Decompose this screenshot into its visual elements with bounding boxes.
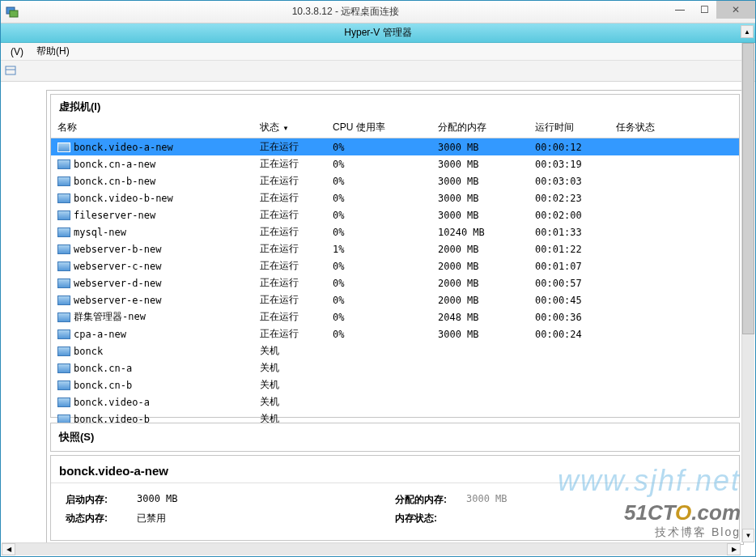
cell-mem bbox=[431, 342, 529, 359]
vm-icon bbox=[57, 227, 69, 237]
table-row[interactable]: 群集管理器-new正在运行0%2048 MB00:00:36 bbox=[51, 308, 739, 325]
horizontal-scrollbar[interactable]: ◀ ▶ bbox=[2, 542, 741, 555]
left-sidebar bbox=[11, 90, 41, 545]
cell-state: 正在运行 bbox=[253, 308, 326, 325]
cell-cpu: 0% bbox=[326, 223, 431, 240]
cell-state: 正在运行 bbox=[253, 223, 326, 240]
startup-mem-label: 启动内存: bbox=[66, 493, 130, 507]
cell-uptime: 00:03:03 bbox=[529, 172, 609, 189]
cell-mem: 3000 MB bbox=[431, 206, 529, 223]
table-row[interactable]: webserver-d-new正在运行0%2000 MB00:00:57 bbox=[51, 274, 739, 291]
outer-titlebar: 10.3.8.12 - 远程桌面连接 — ☐ ✕ bbox=[1, 1, 755, 23]
outer-title: 10.3.8.12 - 远程桌面连接 bbox=[23, 5, 668, 19]
scroll-thumb-v[interactable] bbox=[742, 43, 754, 334]
cell-taskstatus bbox=[609, 138, 739, 156]
col-mem[interactable]: 分配的内存 bbox=[431, 117, 529, 138]
cell-state: 正在运行 bbox=[253, 206, 326, 223]
cell-uptime: 00:00:36 bbox=[529, 308, 609, 325]
cell-cpu: 0% bbox=[326, 257, 431, 274]
cell-name: webserver-e-new bbox=[51, 291, 253, 308]
cell-taskstatus bbox=[609, 274, 739, 291]
vm-icon bbox=[57, 278, 69, 288]
cell-cpu: 0% bbox=[326, 274, 431, 291]
vm-icon bbox=[57, 296, 69, 305]
cell-state: 正在运行 bbox=[253, 291, 326, 308]
table-row[interactable]: bonck关机 bbox=[51, 342, 739, 359]
cell-taskstatus bbox=[609, 189, 739, 206]
table-row[interactable]: bonck.video-b-new正在运行0%3000 MB00:02:23 bbox=[51, 189, 739, 206]
menu-help[interactable]: 帮助(H) bbox=[30, 43, 76, 60]
col-taskstatus[interactable]: 任务状态 bbox=[609, 117, 739, 138]
table-row[interactable]: webserver-b-new正在运行1%2000 MB00:01:22 bbox=[51, 240, 739, 257]
cell-name: bonck.cn-a-new bbox=[51, 155, 253, 172]
vm-icon bbox=[57, 364, 69, 373]
cell-state: 关机 bbox=[253, 393, 326, 410]
cell-cpu: 0% bbox=[326, 172, 431, 189]
menu-view[interactable]: (V) bbox=[4, 45, 30, 59]
cell-name: bonck.cn-a bbox=[51, 359, 253, 376]
table-row[interactable]: bonck.video-a关机 bbox=[51, 393, 739, 410]
vm-icon bbox=[57, 381, 69, 390]
cell-name: mysql-new bbox=[51, 223, 253, 240]
cell-uptime: 00:02:00 bbox=[529, 206, 609, 223]
cell-mem: 2000 MB bbox=[431, 257, 529, 274]
col-name[interactable]: 名称 bbox=[51, 117, 253, 138]
close-button[interactable]: ✕ bbox=[716, 1, 755, 19]
cell-mem bbox=[431, 376, 529, 393]
svg-rect-2 bbox=[6, 66, 15, 74]
table-row[interactable]: fileserver-new正在运行0%3000 MB00:02:00 bbox=[51, 206, 739, 223]
toolbar bbox=[1, 61, 755, 82]
dynamic-mem-label: 动态内存: bbox=[66, 512, 130, 525]
scroll-left-button[interactable]: ◀ bbox=[2, 543, 15, 555]
table-row[interactable]: bonck.cn-b-new正在运行0%3000 MB00:03:03 bbox=[51, 172, 739, 189]
col-uptime[interactable]: 运行时间 bbox=[529, 117, 609, 138]
cell-taskstatus bbox=[609, 325, 739, 342]
table-row[interactable]: bonck.cn-b关机 bbox=[51, 376, 739, 393]
scroll-down-button[interactable]: ▼ bbox=[742, 529, 754, 542]
table-row[interactable]: mysql-new正在运行0%10240 MB00:01:33 bbox=[51, 223, 739, 240]
col-cpu[interactable]: CPU 使用率 bbox=[326, 117, 431, 138]
cell-name: bonck.video-a-new bbox=[51, 138, 253, 156]
vm-panel: 虚拟机(I) 名称 状态▼ CPU 使用率 分配的内存 运行时间 任务状态 bo… bbox=[50, 94, 740, 418]
cell-taskstatus bbox=[609, 240, 739, 257]
col-state[interactable]: 状态▼ bbox=[253, 117, 326, 138]
table-row[interactable]: webserver-e-new正在运行0%2000 MB00:00:45 bbox=[51, 291, 739, 308]
cell-taskstatus bbox=[609, 342, 739, 359]
cell-taskstatus bbox=[609, 155, 739, 172]
cell-state: 正在运行 bbox=[253, 189, 326, 206]
toolbar-icon[interactable] bbox=[4, 65, 17, 78]
table-row[interactable]: bonck.video-a-new正在运行0%3000 MB00:00:12 bbox=[51, 138, 739, 156]
vm-icon bbox=[57, 193, 69, 203]
maximize-button[interactable]: ☐ bbox=[692, 1, 716, 19]
table-row[interactable]: cpa-a-new正在运行0%3000 MB00:00:24 bbox=[51, 325, 739, 342]
cell-taskstatus bbox=[609, 359, 739, 376]
cell-taskstatus bbox=[609, 257, 739, 274]
scroll-track-v[interactable] bbox=[742, 43, 754, 529]
table-row[interactable]: bonck.cn-a关机 bbox=[51, 359, 739, 376]
cell-mem: 10240 MB bbox=[431, 223, 529, 240]
cell-name: webserver-c-new bbox=[51, 257, 253, 274]
cell-mem: 2048 MB bbox=[431, 308, 529, 325]
vm-icon bbox=[57, 261, 69, 271]
cell-uptime: 00:02:23 bbox=[529, 189, 609, 206]
scroll-right-button[interactable]: ▶ bbox=[727, 543, 741, 555]
table-row[interactable]: bonck.cn-a-new正在运行0%3000 MB00:03:19 bbox=[51, 155, 739, 172]
assigned-mem-value: 3000 MB bbox=[466, 493, 508, 507]
cell-name: bonck.cn-b bbox=[51, 376, 253, 393]
vm-icon bbox=[57, 330, 69, 339]
svg-rect-1 bbox=[10, 11, 18, 17]
cell-mem: 3000 MB bbox=[431, 155, 529, 172]
scroll-track-h[interactable] bbox=[15, 543, 727, 555]
cell-taskstatus bbox=[609, 172, 739, 189]
scroll-up-button[interactable]: ▲ bbox=[741, 25, 754, 38]
vm-icon bbox=[57, 142, 69, 152]
cell-mem bbox=[431, 393, 529, 410]
minimize-button[interactable]: — bbox=[668, 1, 692, 19]
cell-uptime: 00:01:07 bbox=[529, 257, 609, 274]
cell-cpu bbox=[326, 376, 431, 393]
remote-desktop-window: 10.3.8.12 - 远程桌面连接 — ☐ ✕ Hyper-V 管理器 ▲ (… bbox=[0, 0, 756, 557]
table-row[interactable]: webserver-c-new正在运行0%2000 MB00:01:07 bbox=[51, 257, 739, 274]
cell-taskstatus bbox=[609, 223, 739, 240]
mem-status-label: 内存状态: bbox=[395, 512, 460, 525]
vertical-scrollbar[interactable]: ▼ bbox=[741, 43, 754, 542]
